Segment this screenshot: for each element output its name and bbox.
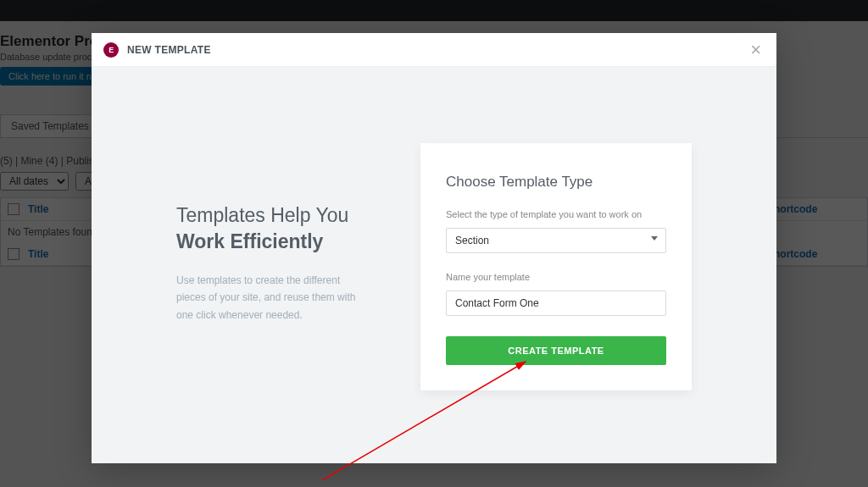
- modal-body: Templates Help You Work Efficiently Use …: [92, 67, 776, 463]
- intro-description: Use templates to create the different pi…: [176, 272, 363, 324]
- template-type-select[interactable]: Section: [446, 228, 666, 253]
- template-form-card: Choose Template Type Select the type of …: [420, 143, 692, 390]
- modal-title: NEW TEMPLATE: [127, 44, 211, 56]
- create-template-button[interactable]: CREATE TEMPLATE: [446, 336, 666, 365]
- elementor-logo-icon: E: [103, 42, 119, 58]
- template-name-input[interactable]: [446, 291, 666, 316]
- template-name-label: Name your template: [446, 272, 666, 282]
- modal-intro-block: Templates Help You Work Efficiently Use …: [92, 67, 434, 324]
- modal-header: E NEW TEMPLATE ×: [92, 33, 776, 67]
- intro-line-1: Templates Help You: [176, 202, 400, 229]
- intro-line-2: Work Efficiently: [176, 230, 400, 253]
- close-icon[interactable]: ×: [747, 41, 765, 59]
- template-type-label: Select the type of template you want to …: [446, 209, 666, 219]
- new-template-modal: E NEW TEMPLATE × Templates Help You Work…: [92, 33, 776, 463]
- form-heading: Choose Template Type: [446, 174, 666, 191]
